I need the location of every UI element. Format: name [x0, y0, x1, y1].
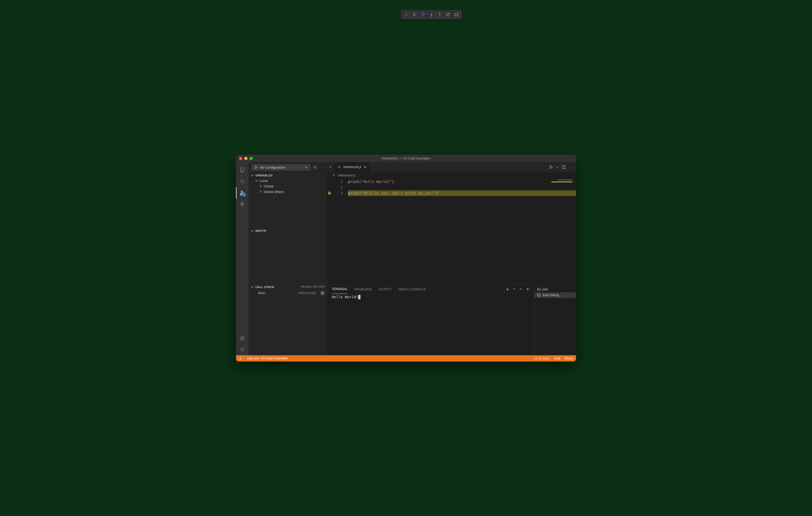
close-panel-icon[interactable]: [526, 287, 529, 292]
svg-point-7: [241, 337, 243, 338]
variables-group[interactable]: Global: [249, 183, 327, 189]
status-position[interactable]: Ln 3, Col 1: [534, 357, 550, 360]
chevron-down-icon: [255, 179, 258, 182]
editor-tab[interactable]: helloworld.jl: [334, 162, 370, 172]
maximize-panel-icon[interactable]: [519, 287, 523, 292]
status-env[interactable]: Julia env: VS Code Examples: [247, 357, 288, 360]
watch-header[interactable]: Watch: [249, 228, 327, 234]
explorer-view-icon[interactable]: [236, 164, 249, 176]
terminal-text: Hello World!: [332, 295, 358, 354]
chevron-down-icon: [251, 285, 254, 289]
run-debug-view-icon[interactable]: 1: [236, 187, 249, 199]
gutter-line[interactable]: 2: [327, 185, 348, 190]
panel-tab-debug-console[interactable]: DEBUG CONSOLE: [399, 285, 426, 294]
svg-point-8: [241, 349, 243, 350]
panel-tabs: TERMINALPROBLEMSOUTPUTDEBUG CONSOLE: [327, 285, 534, 294]
debug-config-row: No Configuration ···: [249, 162, 327, 173]
svg-point-4: [242, 203, 244, 204]
panel-tab-output[interactable]: OUTPUT: [379, 285, 392, 294]
chevron-down-icon[interactable]: [556, 165, 559, 169]
close-icon[interactable]: [363, 165, 367, 169]
variables-group[interactable]: Local: [249, 178, 327, 183]
play-icon: [254, 165, 258, 169]
svg-rect-28: [538, 294, 541, 296]
code-line: print("Hold on now, don't print me yet!"…: [348, 190, 576, 196]
terminal-list-item[interactable]: julia: [534, 286, 576, 292]
search-view-icon[interactable]: [236, 176, 249, 187]
terminal-icon: [537, 287, 541, 291]
svg-point-5: [241, 205, 243, 206]
breadcrumb[interactable]: helloworld.jl: [327, 172, 576, 179]
callstack-status: Paused on step: [300, 285, 325, 288]
main-area: 1 No Configuration: [236, 162, 576, 355]
code-editor[interactable]: 123 print("Hello World!")print("Hold on …: [327, 179, 576, 285]
run-file-button[interactable]: [549, 165, 553, 169]
chevron-down-icon: [305, 166, 308, 169]
group-label: Global (Main): [264, 190, 284, 194]
variables-group[interactable]: Global (Main): [249, 189, 327, 194]
minimap[interactable]: [549, 179, 572, 285]
debug-status-icon[interactable]: [239, 356, 242, 360]
variables-title: Variables: [255, 174, 272, 177]
chevron-right-icon: [259, 185, 262, 188]
gutter-line[interactable]: 1: [327, 179, 348, 185]
julia-file-icon: [332, 173, 336, 177]
new-terminal-icon[interactable]: [505, 287, 510, 292]
code-line: [348, 185, 576, 190]
terminal-output[interactable]: Hello World!: [327, 294, 534, 355]
callstack-header[interactable]: Call Stack Paused on step: [249, 284, 327, 290]
group-label: Local: [260, 179, 268, 183]
debug-config-select[interactable]: No Configuration: [252, 164, 311, 171]
terminal-name: julia: [542, 287, 548, 291]
debug-badge: 1: [242, 193, 246, 197]
accounts-icon[interactable]: [236, 332, 249, 344]
svg-point-24: [332, 175, 334, 176]
variables-header[interactable]: Variables: [249, 173, 327, 178]
split-editor-icon[interactable]: [562, 165, 566, 169]
window-title: helloworld.jl — VS Code Examples: [236, 157, 576, 160]
variables-section: Variables LocalGlobalGlobal (Main): [249, 173, 327, 228]
terminal-list-item[interactable]: Julia Debug…: [534, 292, 576, 298]
julia-file-icon: [337, 165, 341, 169]
more-icon[interactable]: ···: [569, 165, 573, 169]
debug-sidebar: No Configuration ··· Variables LocalGlob…: [249, 162, 327, 355]
vscode-window: helloworld.jl — VS Code Examples 1: [236, 155, 576, 362]
config-label: No Configuration: [260, 165, 286, 170]
settings-gear-icon[interactable]: [313, 165, 317, 170]
chevron-down-icon: [251, 229, 254, 232]
extensions-view-icon[interactable]: [236, 199, 249, 210]
frame-file: helloworld.jl: [298, 291, 316, 295]
terminal-cursor: [358, 295, 360, 299]
svg-point-11: [339, 167, 341, 168]
watch-title: Watch: [255, 229, 266, 232]
panel-tab-terminal[interactable]: TERMINAL: [332, 285, 348, 294]
status-bar: Julia env: VS Code Examples Ln 3, Col 1 …: [236, 355, 576, 362]
svg-rect-27: [538, 288, 541, 291]
breadcrumb-file: helloworld.jl: [338, 173, 355, 177]
tab-label: helloworld.jl: [343, 165, 361, 169]
more-icon[interactable]: ···: [319, 165, 324, 170]
gutter-line[interactable]: 3: [327, 190, 348, 196]
chevron-down-icon[interactable]: [513, 287, 516, 292]
terminal-name: Julia Debug…: [542, 293, 562, 297]
frame-line: 3: [320, 291, 325, 295]
editor-region: • helloworld.jl ···: [327, 162, 576, 355]
code-lines: print("Hello World!")print("Hold on now,…: [348, 179, 576, 285]
breakpoint-icon[interactable]: [328, 191, 331, 195]
chevron-right-icon: [259, 190, 262, 193]
svg-rect-0: [241, 168, 244, 171]
settings-gear-icon[interactable]: [236, 344, 249, 355]
terminal-icon: [537, 293, 541, 297]
status-language[interactable]: Julia: [554, 357, 560, 360]
svg-point-12: [339, 165, 340, 167]
svg-point-29: [240, 358, 241, 359]
svg-point-1: [241, 180, 243, 182]
svg-point-26: [333, 174, 334, 175]
watch-section: Watch: [249, 228, 327, 284]
terminal-list: juliaJulia Debug…: [534, 285, 576, 355]
callstack-frame[interactable]: Mainhelloworld.jl3: [249, 290, 327, 297]
callstack-title: Call Stack: [255, 285, 274, 289]
status-module[interactable]: (Main): [564, 357, 573, 360]
panel-tab-problems[interactable]: PROBLEMS: [354, 285, 372, 294]
svg-point-9: [314, 167, 316, 168]
